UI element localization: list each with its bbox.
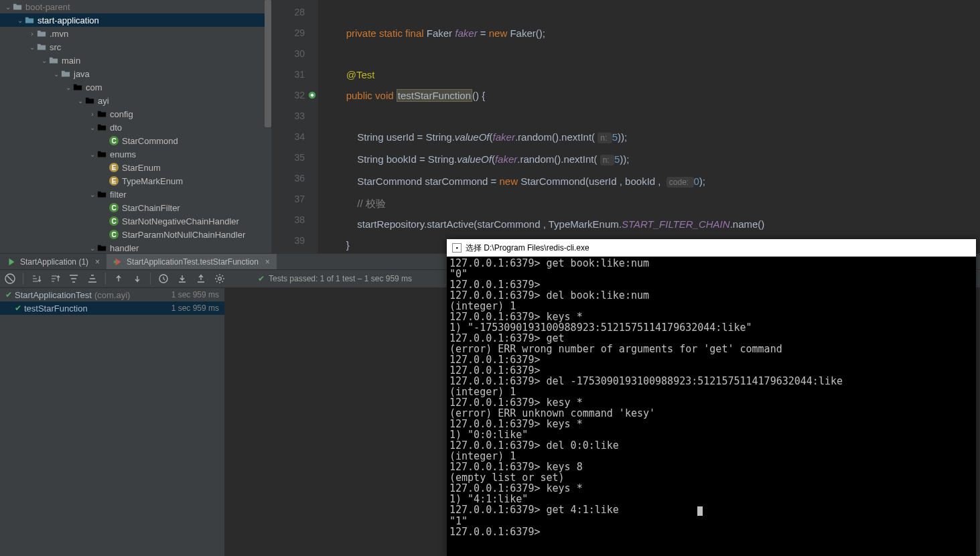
- tree-item-main[interactable]: ⌄main: [0, 54, 271, 67]
- tree-item-handler[interactable]: ⌄handler: [0, 241, 271, 253]
- enum-icon: E: [109, 176, 119, 186]
- class-icon: C: [109, 216, 119, 226]
- collapse-all-icon[interactable]: [86, 273, 98, 285]
- tree-item-label: StarParamNotNullChainHandler: [122, 230, 245, 240]
- tree-scrollbar[interactable]: [265, 0, 271, 251]
- code-line-37[interactable]: // 校验: [318, 193, 980, 214]
- tree-item-label: StarEnum: [122, 163, 161, 173]
- expand-arrow-icon[interactable]: ⌄: [4, 3, 12, 11]
- run-tab-label: StartApplicationTest.testStarFunction: [127, 257, 259, 267]
- tree-item-ayi[interactable]: ⌄ayi: [0, 94, 271, 107]
- run-gutter-icon[interactable]: [307, 90, 317, 100]
- check-icon: ✔: [15, 303, 21, 313]
- code-line-36[interactable]: StarCommond starCommond = new StarCommon…: [318, 171, 980, 193]
- close-icon[interactable]: ×: [95, 257, 100, 267]
- code-line-30[interactable]: [318, 44, 980, 64]
- svg-point-5: [218, 277, 222, 281]
- code-line-29[interactable]: private static final Faker faker = new F…: [318, 23, 980, 44]
- export-icon[interactable]: [195, 273, 207, 285]
- test-row-startapplicationtest[interactable]: ✔StartApplicationTest (com.ayi)1 sec 959…: [0, 288, 224, 301]
- code-line-32[interactable]: public void testStarFunction() {: [318, 85, 980, 106]
- class-icon: C: [109, 229, 119, 240]
- test-results-tree[interactable]: ✔StartApplicationTest (com.ayi)1 sec 959…: [0, 288, 224, 556]
- test-name: testStarFunction: [24, 303, 88, 314]
- test-status: ✔ Tests passed: 1 of 1 test – 1 sec 959 …: [258, 274, 412, 283]
- test-icon: [113, 257, 123, 267]
- tree-item-starparamnotnullchainhandler[interactable]: CStarParamNotNullChainHandler: [0, 228, 271, 241]
- expand-arrow-icon[interactable]: ⌄: [88, 191, 96, 198]
- expand-arrow-icon[interactable]: ⌄: [88, 245, 96, 252]
- package-icon: [96, 189, 107, 200]
- check-icon: ✔: [5, 290, 12, 299]
- expand-arrow-icon[interactable]: ⌄: [40, 57, 48, 64]
- tree-item-src[interactable]: ⌄src: [0, 40, 271, 54]
- folder-icon: [60, 68, 71, 79]
- code-line-28[interactable]: [318, 2, 980, 23]
- test-suffix: (com.ayi): [94, 290, 130, 300]
- project-tree[interactable]: ⌄boot-parent⌄start-application›.mvn⌄src⌄…: [0, 0, 271, 253]
- stop-button[interactable]: [4, 273, 16, 285]
- tree-item-com[interactable]: ⌄com: [0, 80, 271, 94]
- tree-item-label: StarNotNegativeChainHandler: [122, 216, 239, 226]
- package-icon: [96, 109, 107, 119]
- folder-icon: [36, 28, 47, 39]
- watch-icon[interactable]: [157, 273, 169, 285]
- code-line-34[interactable]: String userId = String.valueOf(faker.ran…: [318, 127, 980, 149]
- tree-item-label: boot-parent: [25, 2, 70, 12]
- module-icon: [24, 15, 35, 25]
- expand-arrow-icon[interactable]: ⌄: [88, 151, 96, 158]
- tree-item-label: ayi: [98, 96, 109, 106]
- class-icon: C: [109, 202, 119, 213]
- editor-code[interactable]: private static final Faker faker = new F…: [318, 0, 980, 253]
- terminal-cursor: [697, 506, 703, 516]
- next-test-icon[interactable]: [131, 273, 143, 285]
- tree-item-filter[interactable]: ⌄filter: [0, 188, 271, 201]
- expand-arrow-icon[interactable]: ⌄: [64, 84, 72, 91]
- code-line-35[interactable]: String bookId = String.valueOf(faker.ran…: [318, 149, 980, 171]
- expand-arrow-icon[interactable]: ›: [88, 111, 96, 118]
- settings-icon[interactable]: [214, 273, 226, 285]
- code-line-31[interactable]: @Test: [318, 64, 980, 85]
- tree-item-starcommond[interactable]: CStarCommond: [0, 134, 271, 147]
- tree-item--mvn[interactable]: ›.mvn: [0, 27, 271, 40]
- tree-item-start-application[interactable]: ⌄start-application: [0, 13, 271, 27]
- sort-up-icon[interactable]: [49, 273, 61, 285]
- tree-item-starchainfilter[interactable]: CStarChainFilter: [0, 201, 271, 214]
- terminal-window[interactable]: ▪ 选择 D:\Program Files\redis-cli.exe 127.…: [447, 239, 976, 556]
- tree-item-label: StarChainFilter: [122, 203, 180, 213]
- expand-arrow-icon[interactable]: ⌄: [28, 44, 36, 51]
- tree-item-dto[interactable]: ⌄dto: [0, 121, 271, 134]
- terminal-titlebar[interactable]: ▪ 选择 D:\Program Files\redis-cli.exe: [447, 239, 976, 257]
- package-icon: [96, 122, 107, 133]
- prev-test-icon[interactable]: [113, 273, 125, 285]
- sort-down-icon[interactable]: [30, 273, 42, 285]
- tree-item-java[interactable]: ⌄java: [0, 67, 271, 80]
- tree-item-typemarkenum[interactable]: ETypeMarkEnum: [0, 174, 271, 188]
- terminal-title: 选择 D:\Program Files\redis-cli.exe: [466, 242, 589, 254]
- terminal-output[interactable]: 127.0.0.1:6379> get book:like:num "0" 12…: [447, 257, 976, 539]
- import-icon[interactable]: [176, 273, 188, 285]
- expand-arrow-icon[interactable]: ⌄: [52, 70, 60, 78]
- code-editor[interactable]: 282930313233343536373839 private static …: [271, 0, 980, 253]
- tree-item-label: java: [74, 69, 90, 79]
- code-line-33[interactable]: [318, 106, 980, 127]
- expand-arrow-icon[interactable]: ⌄: [76, 97, 84, 105]
- expand-arrow-icon[interactable]: ›: [28, 30, 36, 38]
- test-name: StartApplicationTest: [15, 290, 92, 300]
- tree-item-enums[interactable]: ⌄enums: [0, 147, 271, 161]
- close-icon[interactable]: ×: [265, 257, 270, 267]
- expand-arrow-icon[interactable]: ⌄: [16, 17, 24, 24]
- run-tab-startapplication-1-[interactable]: StartApplication (1)×: [0, 254, 107, 270]
- tree-item-label: config: [110, 109, 133, 119]
- code-line-38[interactable]: startRepository.startActive(starCommond …: [318, 214, 980, 234]
- test-row-teststarfunction[interactable]: ✔testStarFunction1 sec 959 ms: [0, 301, 224, 315]
- tree-item-starnotnegativechainhandler[interactable]: CStarNotNegativeChainHandler: [0, 214, 271, 228]
- expand-arrow-icon[interactable]: ⌄: [88, 124, 96, 131]
- run-tab-startapplicationtest-teststarfunction[interactable]: StartApplicationTest.testStarFunction×: [107, 254, 277, 270]
- tree-item-config[interactable]: ›config: [0, 107, 271, 121]
- terminal-app-icon: ▪: [452, 243, 462, 253]
- folder-icon: [12, 1, 23, 12]
- tree-item-starenum[interactable]: EStarEnum: [0, 161, 271, 174]
- expand-all-icon[interactable]: [68, 273, 80, 285]
- tree-item-boot-parent[interactable]: ⌄boot-parent: [0, 0, 271, 13]
